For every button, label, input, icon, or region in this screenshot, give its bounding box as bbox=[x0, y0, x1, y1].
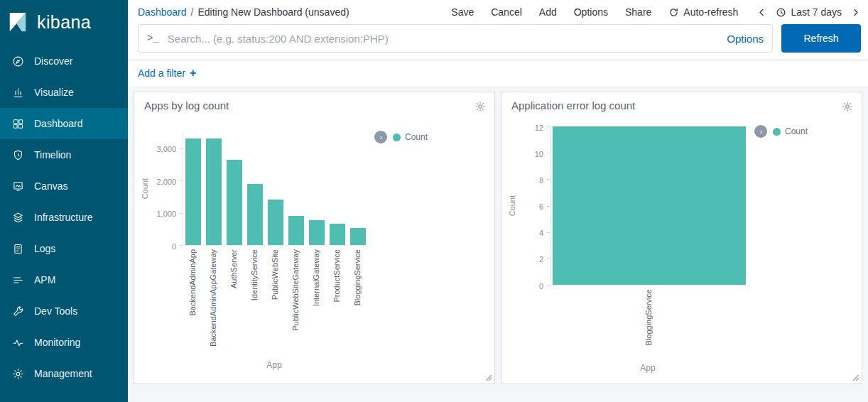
panel-resize-handle[interactable] bbox=[852, 374, 859, 381]
sidebar-item-monitoring[interactable]: Monitoring bbox=[0, 327, 128, 358]
bar-BloggingService[interactable] bbox=[350, 228, 366, 245]
panel-header: Application error log count bbox=[501, 92, 862, 114]
legend-label: Count bbox=[405, 132, 428, 142]
sidebar-item-discover[interactable]: Discover bbox=[0, 45, 128, 77]
x-axis-category-label: ProductService bbox=[332, 249, 341, 303]
panel-application-error-log-count: Application error log count Count 024681… bbox=[501, 92, 862, 384]
bar-AuthServer[interactable] bbox=[227, 160, 242, 245]
breadcrumb-dashboard-link[interactable]: Dashboard bbox=[138, 6, 187, 18]
sidebar-item-visualize[interactable]: Visualize bbox=[0, 77, 128, 108]
x-axis-label-cell: BloggingService bbox=[349, 249, 365, 357]
bar-PublicWebSite[interactable] bbox=[268, 200, 283, 245]
dashboard-icon bbox=[11, 118, 24, 130]
x-axis-category-label: InternalGateway bbox=[312, 249, 320, 306]
management-icon bbox=[11, 368, 24, 380]
kibana-app: kibana Discover Visualize Dashboard bbox=[0, 0, 868, 402]
x-axis-category-label: AuthServer bbox=[229, 249, 238, 288]
add-filter-label: Add a filter bbox=[138, 67, 185, 79]
y-axis-tick-mark bbox=[547, 126, 550, 127]
bars-container bbox=[183, 132, 366, 246]
x-axis-label-cell: PublicWebSite bbox=[267, 249, 283, 357]
sidebar-item-dashboard[interactable]: Dashboard bbox=[0, 108, 128, 139]
x-axis-category-label: BackendAdminAppGateway bbox=[209, 249, 217, 347]
share-button[interactable]: Share bbox=[625, 6, 651, 18]
sidebar-item-label: Infrastructure bbox=[34, 212, 92, 223]
sidebar-item-label: Logs bbox=[34, 243, 55, 254]
sidebar-item-timelion[interactable]: Timelion bbox=[0, 139, 128, 170]
sidebar-nav: Discover Visualize Dashboard Timelion bbox=[0, 45, 128, 389]
bar-BackendAdminAppGateway[interactable] bbox=[206, 138, 222, 245]
panel-title: Apps by log count bbox=[144, 99, 229, 112]
y-axis-tick-mark bbox=[547, 206, 550, 207]
cancel-button[interactable]: Cancel bbox=[491, 6, 522, 18]
sidebar-item-infrastructure[interactable]: Infrastructure bbox=[0, 202, 128, 233]
panel-resize-handle[interactable] bbox=[484, 374, 492, 381]
legend-color-dot bbox=[773, 128, 781, 136]
y-axis-tick-label: 6 bbox=[539, 202, 543, 211]
sidebar-item-dev-tools[interactable]: Dev Tools bbox=[0, 295, 128, 327]
panel-gear-button[interactable] bbox=[840, 99, 855, 114]
sidebar-item-canvas[interactable]: Canvas bbox=[0, 170, 128, 202]
y-axis-tick-label: 1,000 bbox=[156, 210, 176, 218]
add-button[interactable]: Add bbox=[539, 6, 557, 18]
dev-tools-icon bbox=[11, 305, 24, 317]
plot-area: BackendAdminAppBackendAdminAppGatewayAut… bbox=[183, 132, 366, 370]
sidebar-item-logs[interactable]: Logs bbox=[0, 233, 128, 264]
dashboard-grid: Apps by log count Count 01,0002,0003,000… bbox=[128, 86, 868, 402]
panel-apps-by-log-count: Apps by log count Count 01,0002,0003,000… bbox=[134, 92, 495, 384]
y-axis-tick-mark bbox=[180, 148, 183, 149]
add-filter-button[interactable]: Add a filter + bbox=[138, 67, 196, 79]
bar-BloggingService[interactable] bbox=[553, 126, 746, 285]
sidebar-item-label: Dashboard bbox=[34, 118, 83, 129]
bar-IdentityService[interactable] bbox=[247, 184, 263, 245]
auto-refresh-label: Auto-refresh bbox=[683, 6, 738, 18]
time-forward-button[interactable] bbox=[850, 7, 861, 18]
time-range-button[interactable]: Last 7 days bbox=[776, 6, 842, 18]
y-axis-tick-mark bbox=[180, 213, 183, 214]
y-axis-tick-label: 12 bbox=[535, 124, 543, 132]
sidebar-item-label: Monitoring bbox=[34, 337, 80, 348]
sidebar-item-label: Timelion bbox=[34, 149, 71, 161]
bar-InternalGateway[interactable] bbox=[309, 220, 325, 245]
time-back-button[interactable] bbox=[756, 7, 767, 18]
legend-toggle-icon[interactable]: › bbox=[374, 131, 387, 143]
timelion-icon bbox=[11, 149, 24, 161]
bar-PublicWebSiteGateway[interactable] bbox=[288, 216, 304, 245]
panel-gear-button[interactable] bbox=[473, 99, 487, 114]
bars-container bbox=[550, 126, 746, 286]
infrastructure-icon bbox=[11, 212, 24, 224]
bar-BackendAdminApp[interactable] bbox=[185, 138, 201, 245]
logs-icon bbox=[11, 243, 24, 255]
search-input[interactable] bbox=[166, 32, 720, 45]
x-axis-labels: BackendAdminAppBackendAdminAppGatewayAut… bbox=[183, 249, 366, 357]
auto-refresh-button[interactable]: Auto-refresh bbox=[668, 6, 738, 18]
sidebar-item-label: Visualize bbox=[34, 87, 74, 98]
sidebar: kibana Discover Visualize Dashboard bbox=[0, 0, 128, 402]
search-options-link[interactable]: Options bbox=[727, 33, 764, 45]
y-axis-tick-label: 0 bbox=[539, 282, 543, 290]
save-button[interactable]: Save bbox=[451, 6, 474, 18]
sidebar-item-apm[interactable]: APM bbox=[0, 264, 128, 295]
legend-item-count[interactable]: Count bbox=[773, 126, 808, 136]
sidebar-item-label: APM bbox=[34, 274, 55, 286]
legend-item-count[interactable]: Count bbox=[393, 132, 428, 142]
refresh-button[interactable]: Refresh bbox=[781, 24, 861, 53]
search-prompt-icon: >_ bbox=[147, 33, 159, 44]
x-axis-label-cell: AuthServer bbox=[226, 249, 242, 357]
y-axis-tick-mark bbox=[180, 180, 183, 181]
options-button[interactable]: Options bbox=[574, 6, 608, 18]
x-axis-label-cell: IdentityService bbox=[246, 249, 262, 357]
x-axis-category-label: BloggingService bbox=[353, 249, 362, 306]
x-axis-label-cell: ProductService bbox=[329, 249, 345, 357]
chart-legend: › Count bbox=[374, 131, 428, 143]
bar-ProductService[interactable] bbox=[330, 224, 345, 245]
legend-toggle-icon[interactable]: › bbox=[754, 125, 767, 138]
y-axis-tick-label: 4 bbox=[539, 229, 543, 237]
y-axis-tick-mark bbox=[547, 179, 550, 180]
sidebar-item-management[interactable]: Management bbox=[0, 358, 128, 389]
y-axis-tick-label: 10 bbox=[535, 150, 543, 158]
x-axis-label-cell: InternalGateway bbox=[308, 249, 324, 357]
kibana-logo[interactable]: kibana bbox=[0, 0, 128, 43]
search-box: >_ Options bbox=[138, 24, 773, 53]
canvas-icon bbox=[11, 180, 24, 192]
